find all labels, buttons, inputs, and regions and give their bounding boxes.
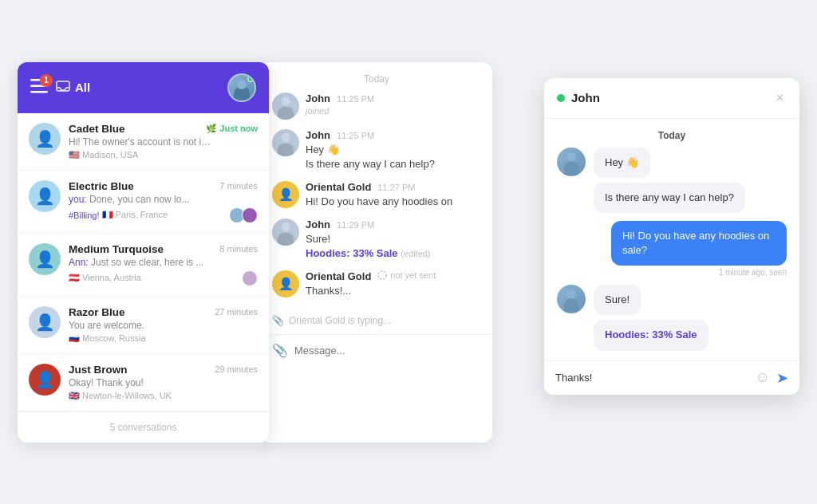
right-header: John × [544,78,799,119]
chat-messages: John 11:25 PM joined John 11:25 PM Hey 👋… [261,93,492,307]
conv-preview: You are welcome. [69,320,212,331]
right-messages: Hey 👋 Is there any way I can help? Hi! D… [544,148,799,360]
avatar-group [229,207,258,223]
conv-time: 7 minutes [219,181,258,191]
close-button[interactable]: × [773,89,787,107]
middle-panel: Today John 11:25 PM joined John [261,62,492,443]
conv-body: Electric Blue 7 minutes you: Done, you c… [69,180,258,223]
header-avatar[interactable] [227,73,256,102]
msg-meta: 1 minute ago, seen [611,268,787,277]
msg-body: Hey 👋 Is there any way I can help? [594,148,787,213]
msg-text: Hi! Do you have any hoodies on [306,195,481,209]
msg-sender: John [306,93,330,104]
msg-text: Sure! Hoodies: 33% Sale (edited) [306,232,481,261]
right-panel: John × Today Hey 👋 Is there any way I ca… [544,78,799,395]
list-item[interactable]: 👤 Electric Blue 7 minutes you: Done, you… [18,171,269,234]
avatar: 👤 [272,270,299,297]
left-header: 1 All [18,62,269,113]
msg-bubble: Is there any way I can help? [594,183,745,213]
msg-text: joined [306,106,481,116]
avatar: 👤 [272,181,299,208]
conv-time: 8 minutes [219,244,258,254]
msg-time: 11:27 PM [377,183,415,192]
message-input[interactable] [294,345,481,356]
msg-content: Oriental Gold not yet sent Thanks!... [306,270,481,298]
msg-time: not yet sent [377,270,436,280]
right-message: Hi! Do you have any hoodies on sale? 1 m… [557,221,787,277]
chat-message: John 11:25 PM Hey 👋Is there any way I ca… [272,129,481,171]
send-button[interactable]: ➤ [776,369,788,387]
msg-body: Sure! Hoodies: 33% Sale [594,285,787,350]
conv-body: Medium Turquoise 8 minutes Ann: Just so … [69,243,258,286]
list-item[interactable]: 👤 Razor Blue 27 minutes You are welcome.… [18,297,269,354]
chat-link[interactable]: Hoodies: 33% Sale [306,247,398,259]
conv-location: 🇷🇺 Moscow, Russia [69,333,146,344]
svg-point-4 [378,271,386,279]
list-item[interactable]: 👤 Cadet Blue 🌿 Just now Hi! The owner's … [18,113,269,171]
conv-body: Cadet Blue 🌿 Just now Hi! The owner's ac… [69,123,258,160]
paperclip-icon: 📎 [272,315,284,326]
typing-indicator: 📎 Oriental Gold is typing... [261,307,492,334]
avatar [557,285,586,313]
conv-preview: Okay! Thank you! [69,377,212,388]
msg-time: 11:29 PM [337,220,374,230]
svg-rect-3 [57,81,69,91]
conv-footer: 5 conversations [18,411,269,443]
msg-sender: John [306,219,330,230]
conv-location: #Billing! 🇫🇷 Paris, France [69,210,168,220]
avatar: 👤 [29,306,61,338]
conv-name: Razor Blue [69,306,125,318]
online-indicator [247,76,254,82]
conv-body: Razor Blue 27 minutes You are welcome. 🇷… [69,306,258,344]
conversation-list: 👤 Cadet Blue 🌿 Just now Hi! The owner's … [18,113,269,411]
right-message: Sure! Hoodies: 33% Sale [557,285,787,350]
msg-content: John 11:25 PM Hey 👋Is there any way I ca… [306,129,481,171]
msg-time: 11:25 PM [337,94,374,104]
left-title: All [56,81,90,95]
msg-content: Oriental Gold 11:27 PM Hi! Do you have a… [306,181,481,209]
left-header-left: 1 All [30,79,90,96]
right-message: Hey 👋 Is there any way I can help? [557,148,787,213]
emoji-icon[interactable]: ☺ [756,369,770,386]
avatar [272,93,299,120]
edited-label: (edited) [401,249,430,258]
conv-name: Cadet Blue [69,123,125,135]
hoodies-link[interactable]: Hoodies: 33% Sale [605,329,697,341]
avatar [557,148,586,176]
avatar: 👤 [29,243,61,275]
msg-sender: John [306,129,330,141]
avatar: 👤 [29,123,61,155]
notification-badge: 1 [40,74,53,87]
msg-body: Hi! Do you have any hoodies on sale? 1 m… [611,221,787,277]
app-container: 1 All 👤 [18,62,799,443]
conv-location: 🇬🇧 Newton-le-Willows, UK [69,391,172,401]
avatar [272,129,299,156]
conv-time: 29 minutes [215,364,258,374]
conv-time: 🌿 Just now [206,124,258,134]
chat-message: John 11:25 PM joined [272,93,481,120]
conv-name: Medium Turquoise [69,243,164,255]
conv-preview: Ann: Just so we clear, here is ... [69,257,212,268]
conv-location: 🇦🇹 Vienna, Austria [69,273,141,283]
msg-bubble: Hey 👋 [594,148,650,178]
svg-rect-2 [30,91,48,93]
online-dot [557,94,565,102]
msg-bubble: Hoodies: 33% Sale [594,320,708,350]
right-header-name: John [571,91,600,104]
msg-content: John 11:29 PM Sure! Hoodies: 33% Sale (e… [306,219,481,261]
avatar-group [242,270,258,286]
all-label: All [75,81,90,94]
right-message-input[interactable] [555,372,749,384]
typing-text: Oriental Gold is typing... [289,315,391,326]
chat-message: 👤 Oriental Gold not yet sent Thanks!... [272,270,481,298]
hamburger-menu-button[interactable]: 1 [30,79,48,96]
right-input-area: ☺ ➤ [544,360,799,395]
right-today-label: Today [544,119,799,148]
list-item[interactable]: 👤 Just Brown 29 minutes Okay! Thank you!… [18,354,269,411]
list-item[interactable]: 👤 Medium Turquoise 8 minutes Ann: Just s… [18,234,269,297]
msg-content: John 11:25 PM joined [306,93,481,116]
avatar: 👤 [29,180,61,212]
msg-sender: Oriental Gold [306,181,371,193]
msg-bubble: Hi! Do you have any hoodies on sale? [611,221,787,266]
attach-icon[interactable]: 📎 [272,343,288,358]
